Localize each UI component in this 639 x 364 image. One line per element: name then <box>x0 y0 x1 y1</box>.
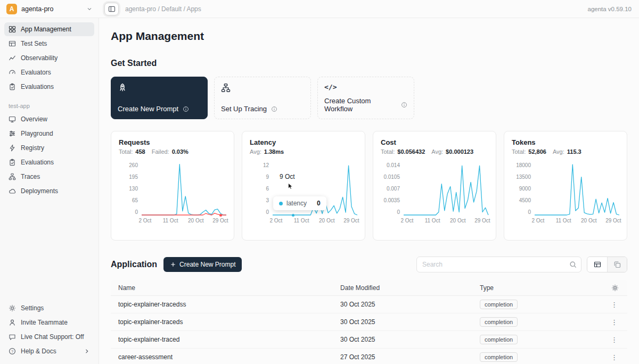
stat-title: Latency <box>250 138 357 146</box>
sidebar-item-live-chat-support[interactable]: Live Chat Support: Off <box>4 330 94 344</box>
table-row[interactable]: career-assessment 27 Oct 2025 completion… <box>111 349 627 364</box>
sidebar-item-label: Observability <box>21 54 58 62</box>
latency-stat-card: Latency Avg:1.38ms 129630 2 Oct11 Oct20 … <box>242 131 365 241</box>
info-icon[interactable] <box>183 106 189 112</box>
code-icon: </> <box>324 83 407 91</box>
app-version: agenta v0.59.10 <box>588 6 639 12</box>
monitor-icon <box>9 115 16 123</box>
chat-icon <box>9 333 16 341</box>
chart-plot[interactable] <box>535 162 619 216</box>
sidebar-item-label: Test Sets <box>21 40 47 47</box>
app-name: topic-explainer-tracedss <box>111 301 333 308</box>
tokens-chart: 1800013500900045000 2 Oct11 Oct20 Oct29 … <box>512 162 619 224</box>
sidebar-item-test-sets[interactable]: Test Sets <box>4 37 94 51</box>
stat-subtitle: Total:$0.056432 Avg:$0.000123 <box>381 148 488 155</box>
sidebar-section-label: test-app <box>9 103 94 109</box>
sidebar-item-help-docs[interactable]: Help & Docs <box>4 344 94 358</box>
sidebar-item-evaluations[interactable]: Evaluations <box>4 80 94 94</box>
sidebar-item-label: Invite Teammate <box>21 319 68 326</box>
type-badge: completion <box>480 352 518 362</box>
sidebar-item-settings[interactable]: Settings <box>4 301 94 315</box>
requests-chart: 260195130650 2 Oct11 Oct20 Oct29 Oct <box>119 162 226 224</box>
sidebar-item-registry[interactable]: Registry <box>4 141 94 155</box>
sidebar-item-deployments[interactable]: Deployments <box>4 184 94 198</box>
axis-corner <box>381 216 400 224</box>
chart-plot[interactable] <box>404 162 488 216</box>
column-header-type[interactable]: Type <box>472 284 602 292</box>
table-row[interactable]: topic-explainer-tracedss 30 Oct 2025 com… <box>111 296 627 313</box>
sidebar-item-playground[interactable]: Playground <box>4 127 94 140</box>
sidebar-item-app-management[interactable]: App Management <box>4 22 94 36</box>
sidebar-item-traces[interactable]: Traces <box>4 170 94 184</box>
row-menu-button[interactable]: ⋮ <box>611 318 627 326</box>
sidebar-item-invite-teammate[interactable]: Invite Teammate <box>4 316 94 329</box>
row-menu-button[interactable]: ⋮ <box>611 353 627 361</box>
workspace-avatar: A <box>6 4 17 14</box>
axis-corner <box>250 216 269 224</box>
tree-icon <box>221 83 231 93</box>
table-header: Name Date Modified Type <box>111 280 627 296</box>
y-axis-labels: 129630 <box>250 162 269 216</box>
row-menu-button[interactable]: ⋮ <box>611 301 627 309</box>
sidebar-item-evaluators[interactable]: Evaluators <box>4 65 94 79</box>
info-icon[interactable] <box>401 102 407 108</box>
sidebar-item-label: Evaluations <box>21 159 54 166</box>
app-date-modified: 30 Oct 2025 <box>333 318 472 326</box>
tooltip-date: 9 Oct <box>280 173 295 180</box>
info-icon[interactable] <box>271 106 277 112</box>
application-heading: Application <box>111 260 157 269</box>
chevron-down-icon <box>86 6 93 12</box>
create-new-prompt-card[interactable]: Create New Prompt <box>111 77 208 119</box>
sidebar-item-app-evaluations[interactable]: Evaluations <box>4 155 94 169</box>
y-axis-labels: 0.0140.01050.0070.00350 <box>381 162 400 216</box>
gear-icon <box>9 304 16 312</box>
column-header-name[interactable]: Name <box>111 284 333 292</box>
table-row[interactable]: topic-explainer-traced 30 Oct 2025 compl… <box>111 331 627 349</box>
row-menu-button[interactable]: ⋮ <box>611 336 627 344</box>
card-view-icon <box>613 261 621 268</box>
card-label: Set Up Tracing <box>221 105 267 113</box>
page-title: App Management <box>111 30 627 43</box>
stat-title: Tokens <box>512 138 619 146</box>
search-input[interactable] <box>416 257 581 272</box>
workspace-name: agenta-pro <box>21 5 53 13</box>
table-settings[interactable] <box>602 284 627 292</box>
bolt-icon <box>9 144 16 152</box>
tokens-stat-card: Tokens Total:52,806 Avg:115.3 1800013500… <box>504 131 627 241</box>
tooltip-value: 0 <box>317 200 321 207</box>
chart-icon <box>9 54 16 62</box>
stat-subtitle: Total:458 Failed:0.03% <box>119 148 226 155</box>
set-up-tracing-card[interactable]: Set Up Tracing <box>214 77 311 119</box>
cloud-icon <box>9 187 16 195</box>
latency-chart: 129630 2 Oct11 Oct20 Oct29 Oct <box>250 162 357 224</box>
grid-icon <box>9 26 16 33</box>
axis-corner <box>512 216 531 224</box>
table-view-button[interactable] <box>587 257 607 272</box>
chevron-right-icon <box>84 348 90 354</box>
card-view-button[interactable] <box>607 257 627 272</box>
create-new-prompt-button[interactable]: Create New Prompt <box>163 257 242 272</box>
workspace-switcher[interactable]: A agenta-pro <box>0 0 99 18</box>
app-name: career-assessment <box>111 353 333 361</box>
person-icon <box>9 319 16 326</box>
table-row[interactable]: topic-explainer-traceds 30 Oct 2025 comp… <box>111 313 627 331</box>
sidebar-item-overview[interactable]: Overview <box>4 112 94 126</box>
sidebar-item-label: Registry <box>21 144 44 152</box>
column-header-date-modified[interactable]: Date Modified <box>333 284 472 292</box>
stat-title: Requests <box>119 138 226 146</box>
chart-plot[interactable] <box>142 162 226 216</box>
stat-subtitle: Total:52,806 Avg:115.3 <box>512 148 619 155</box>
sidebar-collapse-button[interactable] <box>104 3 119 15</box>
sidebar: App Management Test Sets Observability E… <box>0 18 99 364</box>
sidebar-item-observability[interactable]: Observability <box>4 51 94 65</box>
type-badge: completion <box>480 317 518 327</box>
plus-icon <box>170 261 176 268</box>
series-dot <box>279 202 283 205</box>
create-custom-workflow-card[interactable]: </> Create Custom Workflow <box>317 77 414 119</box>
sidebar-item-label: Help & Docs <box>21 348 56 355</box>
stats-row: Requests Total:458 Failed:0.03% 26019513… <box>111 131 627 241</box>
breadcrumb[interactable]: agenta-pro / Default / Apps <box>125 5 201 13</box>
app-date-modified: 30 Oct 2025 <box>333 301 472 308</box>
search-button[interactable] <box>565 257 581 272</box>
table-icon <box>9 40 16 47</box>
